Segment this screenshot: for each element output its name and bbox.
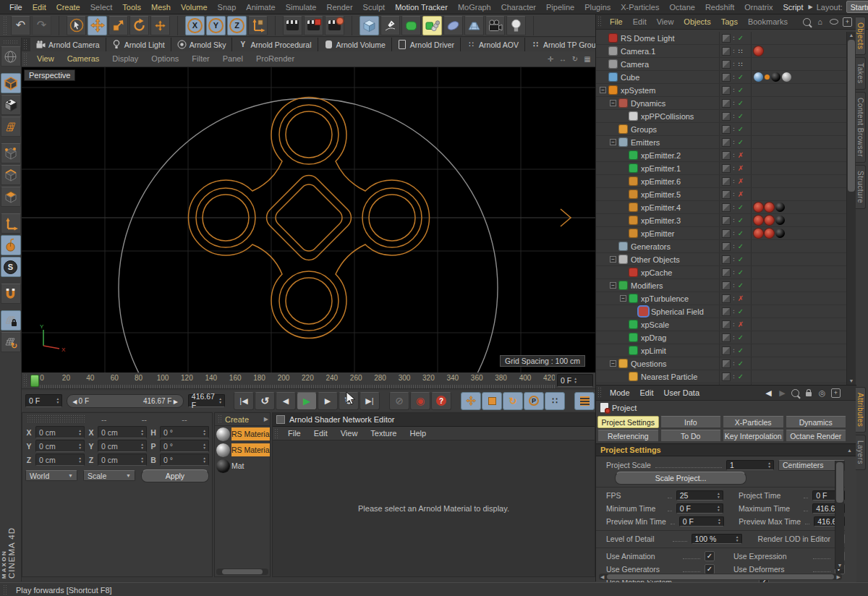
coord-system-select[interactable]: World▼ — [25, 470, 77, 481]
coordinate-field[interactable]: 0 °▴▾ — [160, 426, 209, 438]
home-icon[interactable]: ⌂ — [815, 17, 825, 27]
layer-color-swatch[interactable] — [722, 294, 731, 303]
enable-check-icon[interactable]: ✓ — [736, 281, 744, 289]
points-mode-button[interactable] — [1, 143, 21, 163]
menu-edit[interactable]: Edit — [27, 0, 51, 14]
arnold-volume-button[interactable]: Arnold Volume — [318, 38, 392, 51]
layer-color-swatch[interactable] — [722, 320, 731, 329]
object-row[interactable]: −xpTurbulence∶✗ — [596, 292, 846, 305]
enable-check-icon[interactable]: ✓ — [736, 372, 744, 380]
autokey-button[interactable]: ◉ — [410, 392, 430, 410]
visibility-dots-icon[interactable]: ∶ — [733, 113, 734, 120]
coord-mode-select[interactable]: Scale▼ — [83, 470, 135, 481]
play-forwards-button[interactable]: ▶ — [297, 392, 317, 410]
redshift-tag-icon[interactable] — [765, 203, 774, 212]
visibility-dots-icon[interactable]: ∶ — [733, 74, 734, 81]
material-item[interactable]: RS Material — [215, 426, 270, 442]
viewport-zoom-icon[interactable]: ↔ — [558, 54, 568, 64]
timeline-mode-button[interactable] — [574, 392, 595, 410]
redshift-tag-icon[interactable] — [754, 229, 763, 238]
scroll-down-icon[interactable]: ▼ — [847, 378, 856, 385]
stepper-icon[interactable]: ▴▾ — [141, 429, 143, 436]
enable-check-icon[interactable]: ✓ — [736, 346, 744, 354]
redshift-tag-icon[interactable] — [754, 46, 763, 56]
lock-icon[interactable] — [804, 388, 813, 398]
collapse-icon[interactable]: − — [610, 256, 616, 263]
enable-cross-icon[interactable]: ✗ — [736, 190, 744, 198]
layer-color-swatch[interactable] — [722, 112, 731, 121]
enable-cross-icon[interactable]: ✗ — [736, 320, 744, 328]
coordinate-field[interactable]: 0 cm▴▾ — [98, 454, 147, 466]
object-row[interactable]: −Other Objects∶✓ — [596, 253, 846, 266]
menu-ornatrix[interactable]: Ornatrix — [739, 0, 778, 14]
visibility-dots-icon[interactable]: ∶ — [733, 295, 734, 302]
side-tab-objects[interactable]: Objects — [856, 17, 866, 55]
tab-info[interactable]: Info — [660, 416, 722, 428]
redo-button[interactable]: ↷ — [32, 16, 51, 35]
arnold-procedural-button[interactable]: YArnold Procedural — [232, 38, 318, 51]
polygons-mode-button[interactable] — [1, 187, 21, 207]
coordinate-field[interactable]: 0 cm▴▾ — [98, 426, 147, 438]
object-row[interactable]: Camera∶∷ — [596, 58, 846, 71]
layer-color-swatch[interactable] — [722, 47, 731, 56]
menu-plugins[interactable]: Plugins — [579, 0, 616, 14]
visibility-dots-icon[interactable]: ∶ — [733, 373, 734, 380]
apply-button[interactable]: Apply — [141, 469, 209, 482]
menu-octane[interactable]: Octane — [664, 0, 699, 14]
object-row[interactable]: RS Dome Light∶✓ — [596, 32, 846, 45]
layer-color-swatch[interactable] — [722, 151, 731, 160]
object-row[interactable]: xpEmitter.3∶✓ — [596, 214, 846, 227]
visibility-dots-icon[interactable]: ∶ — [733, 178, 734, 185]
shader-menu-view[interactable]: View — [334, 427, 365, 440]
stepper-icon[interactable]: ▴▾ — [768, 461, 770, 469]
menu-simulate[interactable]: Simulate — [281, 0, 322, 14]
axis-x-button[interactable]: X — [185, 16, 205, 35]
object-row[interactable]: −xpSystem∶✓ — [596, 84, 846, 97]
redshift-tag-icon[interactable] — [765, 216, 774, 225]
stepper-icon[interactable]: ▴▾ — [79, 443, 81, 450]
visibility-dots-icon[interactable]: ∶ — [733, 48, 734, 55]
layer-color-swatch[interactable] — [722, 229, 731, 238]
pen-spline-button[interactable] — [380, 16, 400, 35]
object-row[interactable]: −Emitters∶✓ — [596, 136, 846, 149]
tab-to-do[interactable]: To Do — [660, 430, 722, 442]
track-icon[interactable]: ◎ — [817, 388, 827, 398]
menu-render[interactable]: Render — [321, 0, 357, 14]
om-menu-file[interactable]: File — [605, 14, 628, 29]
arnold-sky-button[interactable]: Arnold Sky — [171, 38, 233, 51]
material-tag-icon[interactable] — [775, 203, 785, 212]
frame-ruler[interactable]: 0204060801001201401601802002202402602803… — [40, 372, 555, 388]
visibility-dots-icon[interactable]: ∶ — [733, 347, 734, 354]
key-parameter-button[interactable]: P — [524, 392, 544, 410]
visibility-dots-icon[interactable]: ∶ — [733, 321, 734, 328]
menu-x-particles[interactable]: X-Particles — [616, 0, 664, 14]
enable-check-icon[interactable]: ✓ — [736, 229, 744, 237]
viewport-menu-display[interactable]: Display — [106, 51, 145, 67]
viewport-menu-filter[interactable]: Filter — [185, 51, 216, 67]
project-scale-field[interactable]: 1▴▾ — [726, 460, 774, 470]
enable-check-icon[interactable]: ✓ — [736, 73, 744, 81]
om-menu-objects[interactable]: Objects — [678, 14, 715, 29]
enable-check-icon[interactable]: ✓ — [736, 307, 744, 315]
enable-check-icon[interactable]: ✓ — [736, 86, 744, 94]
layer-color-swatch[interactable] — [722, 34, 731, 43]
history-back-icon[interactable]: ◀ — [764, 388, 773, 398]
menu-tools[interactable]: Tools — [117, 0, 146, 14]
scale-button[interactable] — [109, 16, 128, 35]
visibility-dots-icon[interactable]: ∶ — [733, 243, 734, 250]
layer-color-swatch[interactable] — [722, 73, 731, 82]
primitive-cube-button[interactable] — [359, 16, 379, 35]
collapse-icon[interactable]: − — [600, 87, 606, 93]
magnet-snap-button[interactable] — [1, 284, 21, 304]
side-tab-structure[interactable]: Structure — [856, 165, 866, 209]
history-forward-icon[interactable]: ▶ — [778, 388, 787, 398]
enable-check-icon[interactable]: ✓ — [736, 216, 744, 224]
go-to-previous-frame-button[interactable]: ◀ — [276, 392, 296, 410]
enable-target-icon[interactable]: ∷ — [736, 48, 744, 55]
enable-check-icon[interactable]: ✓ — [736, 255, 744, 263]
stepper-icon[interactable]: ▴▾ — [203, 443, 205, 450]
visibility-dots-icon[interactable]: ∶ — [733, 35, 734, 42]
enable-check-icon[interactable]: ✓ — [736, 138, 744, 146]
menu-mesh[interactable]: Mesh — [146, 0, 176, 14]
visibility-dots-icon[interactable]: ∶ — [733, 217, 734, 224]
